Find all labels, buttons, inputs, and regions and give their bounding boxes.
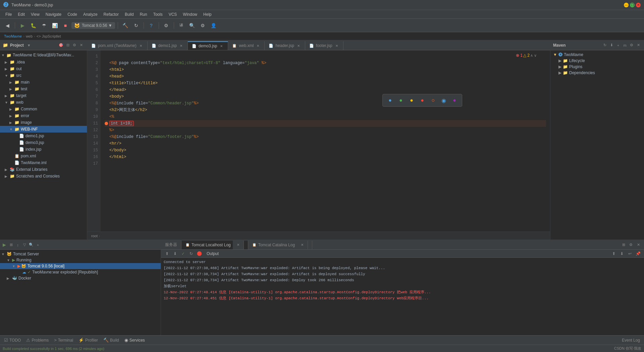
editor-tab[interactable]: 📄demo1.jsp✕ (148, 41, 188, 50)
menu-item-view[interactable]: View (28, 11, 42, 17)
bottom-tool-right-event-log[interactable]: Event Log (621, 337, 641, 343)
editor-tab[interactable]: 📄footer.jsp✕ (305, 41, 343, 50)
tree-item[interactable]: ▶📁test (0, 86, 87, 92)
close-button[interactable]: ✕ (636, 3, 641, 7)
maven-extra-button[interactable]: m (622, 42, 628, 48)
services-refresh-btn[interactable]: ▶ (1, 242, 7, 248)
tree-item[interactable]: ▼📁web (0, 99, 87, 106)
tree-item[interactable]: ▶📁Scratches and Consoles (0, 173, 87, 180)
settings-button[interactable]: ⚙ (162, 21, 171, 30)
services-group-btn[interactable]: ⊞ (8, 242, 14, 248)
service-tree-item[interactable]: ▶🐳Docker (0, 275, 161, 281)
menu-item-run[interactable]: Run (137, 11, 150, 17)
output-tab-server[interactable]: 服务器 (161, 241, 181, 249)
output-check-btn[interactable]: ✓ (180, 250, 186, 257)
tab-close-button[interactable]: ✕ (296, 43, 301, 48)
tree-item[interactable]: ▶📁.idea (0, 59, 87, 65)
services-add-btn[interactable]: + (35, 242, 41, 248)
bottom-tool-problems[interactable]: ⚠Problems (25, 337, 50, 343)
services-filter-btn[interactable]: ▽ (21, 242, 28, 248)
menu-item-navigate[interactable]: Navigate (43, 11, 64, 17)
bottom-tool-terminal[interactable]: >Terminal (53, 337, 74, 343)
editor-content[interactable]: 1234567891011121314151617 <%@ page conte… (87, 50, 550, 232)
tree-item[interactable]: ▶📁main (0, 79, 87, 86)
menu-item-window[interactable]: Window (180, 11, 200, 17)
menu-item-build[interactable]: Build (122, 11, 137, 17)
output-scroll-up-btn[interactable]: ⬆ (164, 250, 170, 257)
service-tree-item[interactable]: ▼▶🐱Tomcat 9.0.56 [local] (0, 263, 161, 269)
output-scroll-down-btn[interactable]: ⬇ (172, 250, 178, 257)
maven-close-button[interactable]: ✕ (635, 42, 641, 48)
back-button[interactable]: ◀ (3, 21, 12, 30)
code-area[interactable]: <%@ page contentType="text/html;charset=… (101, 50, 550, 232)
services-sort-btn[interactable]: ↕ (15, 242, 21, 248)
menu-item-edit[interactable]: Edit (15, 11, 28, 17)
project-dropdown-icon[interactable]: ▼ (27, 43, 31, 47)
browser-icon-6[interactable]: ◉ (440, 96, 448, 104)
tree-item[interactable]: 📄TwoMavne.iml (0, 159, 87, 166)
tab-close-button[interactable]: ✕ (334, 43, 339, 48)
tab-close-button[interactable]: ✕ (139, 43, 143, 48)
help-button[interactable]: ? (147, 21, 156, 30)
profile-button[interactable]: 📊 (50, 21, 59, 30)
maven-tree-item[interactable]: ▶📁Lifecycle (550, 58, 644, 64)
tree-item[interactable]: ▶📚External Libraries (0, 166, 87, 173)
maven-refresh-button[interactable]: ↻ (602, 42, 608, 48)
tree-item[interactable]: ▼📁TwoMavne E:\Ideal源码\TwoMav... (0, 52, 87, 59)
tree-item[interactable]: ▼📁src (0, 72, 87, 79)
close-sidebar-button[interactable]: ✕ (78, 42, 84, 48)
output-close-btn[interactable]: ✕ (635, 242, 641, 248)
breadcrumb-part-2[interactable]: web (26, 34, 33, 38)
output-right-pin-btn[interactable]: 📌 (635, 250, 641, 257)
browser-icon-2[interactable]: ● (397, 96, 405, 104)
output-right-down-btn[interactable]: ⬇ (619, 250, 625, 257)
tree-item[interactable]: ▶📁out (0, 65, 87, 72)
tab-close-button[interactable]: ✕ (256, 43, 260, 48)
maven-settings-button[interactable]: ⚙ (629, 42, 635, 48)
maven-add-button[interactable]: + (615, 42, 621, 48)
bottom-tool-profiler[interactable]: ⚡Profiler (77, 337, 99, 343)
service-tree-item[interactable]: ☁✓TwoMavne:war exploded [Republish] (0, 269, 161, 275)
browser-icon-1[interactable]: ● (386, 96, 394, 104)
user-button[interactable]: 👤 (209, 21, 218, 30)
editor-tab[interactable]: 📋web.xml✕ (228, 41, 265, 50)
stop-button[interactable]: ■ (61, 21, 70, 30)
output-refresh-btn[interactable]: ↻ (188, 250, 195, 257)
maven-tree-item[interactable]: ▼🅜TwoMavne (550, 52, 644, 58)
settings2-button[interactable]: ⚙ (198, 21, 208, 30)
minimize-button[interactable]: — (624, 3, 629, 7)
editor-tab[interactable]: 📄header.jsp✕ (265, 41, 305, 50)
output-tab-localhost-close[interactable]: ✕ (233, 241, 244, 249)
tree-item[interactable]: ▼📁WEB-INF (0, 126, 87, 133)
breadcrumb-part-3[interactable]: <> JspScriptlet (37, 34, 61, 38)
browser-icon-7[interactable]: ● (450, 96, 459, 104)
editor-tab[interactable]: 📄demo3.jsp✕ (188, 41, 228, 50)
output-settings-btn[interactable]: ⚙ (628, 242, 634, 248)
maven-tree-item[interactable]: ▶📁Dependencies (550, 70, 644, 76)
sync-button[interactable]: ↻ (131, 21, 141, 30)
menu-item-help[interactable]: Help (201, 11, 214, 17)
tab-close-button[interactable]: ✕ (179, 43, 183, 48)
tree-item[interactable]: 📄demo1.jsp (0, 133, 87, 139)
bottom-tool-services[interactable]: ◉Services (123, 337, 146, 343)
coverage-button[interactable]: ☂ (39, 21, 49, 30)
menu-item-vcs[interactable]: VCS (166, 11, 180, 17)
services-search-btn[interactable]: 🔍 (28, 242, 34, 248)
maven-tree-item[interactable]: ▶📁Plugins (550, 64, 644, 70)
menu-item-code[interactable]: Code (65, 11, 80, 17)
menu-item-analyze[interactable]: Analyze (80, 11, 100, 17)
maven-download-button[interactable]: ⬇ (608, 42, 614, 48)
tree-item[interactable]: 📄demo3.jsp (0, 139, 87, 146)
tab-close-button[interactable]: ✕ (219, 44, 224, 48)
tree-item[interactable]: ▶📁image (0, 119, 87, 126)
locate-file-button[interactable]: 🎯 (58, 42, 64, 48)
browser-icon-3[interactable]: ● (408, 96, 416, 104)
output-tab-catalina-log[interactable]: 📋 Tomcat Catalina Log ✕ (248, 241, 312, 249)
tree-item[interactable]: ▶📁error (0, 112, 87, 119)
menu-item-refactor[interactable]: Refactor (101, 11, 121, 17)
service-tree-item[interactable]: ▼🐱Tomcat Server (0, 251, 161, 257)
breadcrumb-part-1[interactable]: TwoMavne (4, 34, 22, 38)
bottom-tool-build[interactable]: 🔨Build (102, 337, 120, 343)
sidebar-settings-button[interactable]: ⚙ (71, 42, 77, 48)
output-right-up-btn[interactable]: ⬆ (610, 250, 617, 257)
